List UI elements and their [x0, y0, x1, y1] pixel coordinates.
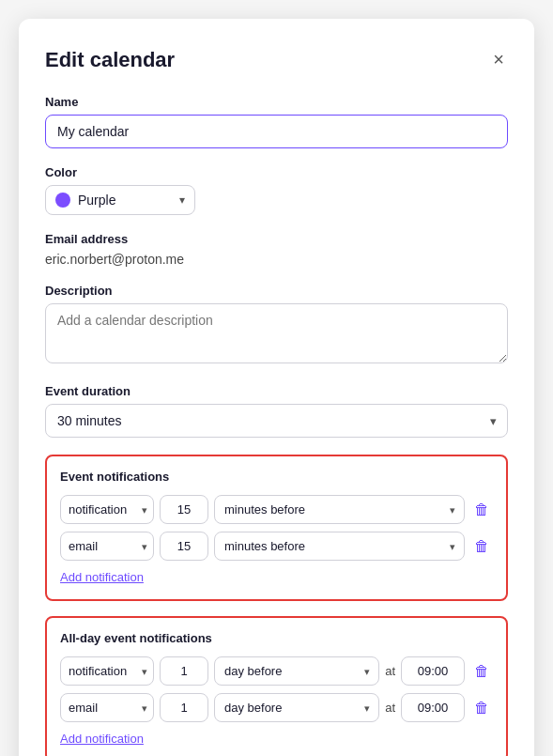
- description-label: Description: [45, 284, 508, 298]
- notif-type-wrapper-2: notification email: [60, 532, 154, 561]
- event-notification-row-1: notification email minutes before hours …: [60, 495, 493, 524]
- allday-notif-number-input-1[interactable]: [160, 656, 208, 686]
- notif-type-select-2[interactable]: notification email: [60, 532, 154, 561]
- notif-time-wrapper-1: minutes before hours before days before: [214, 495, 465, 524]
- delete-allday-button-1[interactable]: 🗑: [470, 659, 493, 684]
- name-label: Name: [45, 95, 508, 109]
- duration-select[interactable]: 15 minutes 30 minutes 45 minutes 60 minu…: [45, 404, 508, 438]
- allday-notif-time-wrapper-2: day before days before week before: [214, 693, 379, 722]
- notif-time-select-2[interactable]: minutes before hours before days before: [214, 532, 465, 561]
- email-label: Email address: [45, 232, 508, 246]
- duration-field-group: Event duration 15 minutes 30 minutes 45 …: [45, 384, 508, 438]
- allday-notif-number-input-2[interactable]: [160, 693, 208, 722]
- allday-notif-type-wrapper-2: notification email: [60, 693, 154, 722]
- color-field-group: Color Purple ▾: [45, 165, 508, 215]
- at-label-2: at: [385, 701, 395, 715]
- event-notifications-section: Event notifications notification email m…: [45, 455, 508, 601]
- event-notification-row-2: notification email minutes before hours …: [60, 532, 493, 561]
- allday-time-input-1[interactable]: [401, 656, 465, 686]
- allday-notif-type-select-2[interactable]: notification email: [60, 693, 154, 722]
- color-value: Purple: [78, 193, 172, 208]
- allday-notification-row-2: notification email day before days befor…: [60, 693, 493, 722]
- delete-notif-button-2[interactable]: 🗑: [470, 534, 493, 559]
- email-field-group: Email address eric.norbert@proton.me: [45, 232, 508, 267]
- modal-title: Edit calendar: [45, 48, 175, 72]
- email-value: eric.norbert@proton.me: [45, 252, 508, 267]
- notif-type-select-1[interactable]: notification email: [60, 495, 154, 524]
- delete-allday-button-2[interactable]: 🗑: [470, 696, 493, 720]
- duration-select-wrapper: 15 minutes 30 minutes 45 minutes 60 minu…: [45, 404, 508, 438]
- chevron-down-icon: ▾: [179, 193, 185, 207]
- notif-time-wrapper-2: minutes before hours before days before: [214, 532, 465, 561]
- add-event-notification-button[interactable]: Add notification: [60, 568, 144, 586]
- allday-notifications-section: All-day event notifications notification…: [45, 616, 508, 756]
- modal-header: Edit calendar ×: [45, 45, 508, 74]
- close-button[interactable]: ×: [489, 45, 508, 74]
- notif-time-select-1[interactable]: minutes before hours before days before: [214, 495, 465, 524]
- delete-notif-button-1[interactable]: 🗑: [470, 498, 493, 522]
- notif-number-input-2[interactable]: [160, 532, 208, 561]
- allday-notif-time-wrapper-1: day before days before week before: [214, 656, 379, 686]
- at-label-1: at: [385, 664, 395, 678]
- description-input[interactable]: [45, 303, 508, 363]
- color-label: Color: [45, 165, 508, 179]
- color-select[interactable]: Purple ▾: [45, 185, 195, 215]
- add-allday-notification-button[interactable]: Add notification: [60, 730, 144, 748]
- allday-notif-time-select-1[interactable]: day before days before week before: [214, 656, 379, 686]
- allday-notif-type-wrapper-1: notification email: [60, 656, 154, 686]
- edit-calendar-modal: Edit calendar × Name Color Purple ▾ Emai…: [19, 19, 534, 756]
- allday-notification-row-1: notification email day before days befor…: [60, 656, 493, 686]
- event-notifications-title: Event notifications: [60, 470, 493, 484]
- name-input[interactable]: [45, 115, 508, 148]
- color-dot: [55, 193, 70, 208]
- allday-notifications-title: All-day event notifications: [60, 631, 493, 645]
- notif-type-wrapper-1: notification email: [60, 495, 154, 524]
- allday-time-input-2[interactable]: [401, 693, 465, 722]
- duration-label: Event duration: [45, 384, 508, 398]
- allday-notif-type-select-1[interactable]: notification email: [60, 656, 154, 686]
- notif-number-input-1[interactable]: [160, 495, 208, 524]
- description-field-group: Description: [45, 284, 508, 367]
- allday-notif-time-select-2[interactable]: day before days before week before: [214, 693, 379, 722]
- name-field-group: Name: [45, 95, 508, 148]
